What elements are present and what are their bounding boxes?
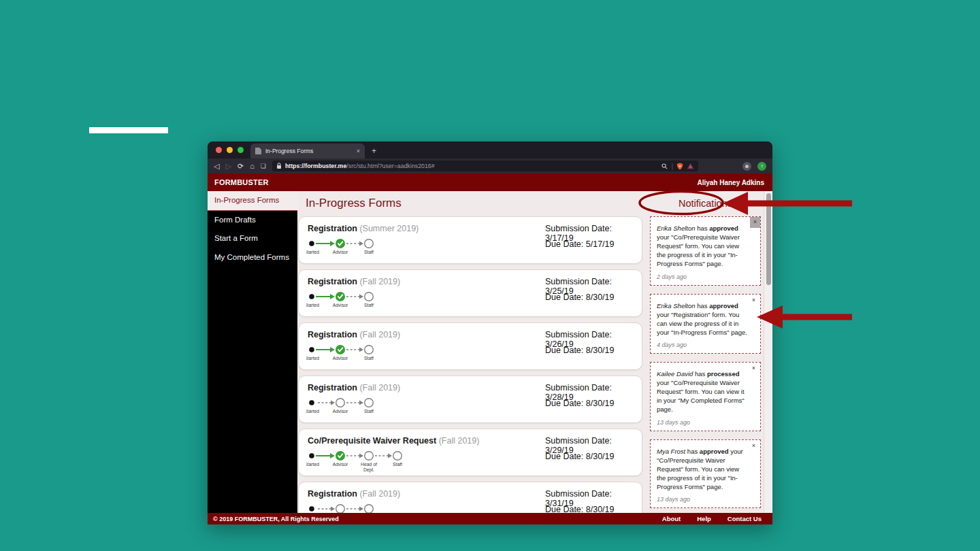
forward-icon[interactable]: ▷ bbox=[225, 163, 231, 170]
form-card[interactable]: Registration (Fall 2019)StartedAdvisorSt… bbox=[298, 269, 642, 317]
form-card-title: Registration (Fall 2019) bbox=[308, 277, 400, 286]
form-card-list: Registration (Summer 2019)StartedAdvisor… bbox=[298, 216, 642, 513]
svg-text:Advisor: Advisor bbox=[333, 250, 348, 254]
app-body: In-Progress FormsForm DraftsStart a Form… bbox=[208, 191, 772, 513]
form-card-progress: StartedAdvisorStaff bbox=[306, 503, 388, 513]
sidebar-item-my-completed-forms[interactable]: My Completed Forms bbox=[208, 248, 297, 267]
notification-text: Erika Shelton has approved your "Co/Prer… bbox=[657, 224, 754, 269]
progress-tracker: StartedAdvisorStaff bbox=[306, 344, 388, 371]
page-title: In-Progress Forms bbox=[306, 197, 402, 210]
url-text: https://formbuster.me/src/stu.html?user=… bbox=[285, 163, 659, 169]
form-card[interactable]: Registration (Fall 2019)StartedAdvisorSt… bbox=[298, 482, 642, 513]
notification-actor: Kailee David bbox=[657, 370, 693, 378]
progress-tracker: StartedAdvisorStaff bbox=[306, 503, 388, 513]
form-card-term: (Summer 2019) bbox=[359, 224, 419, 233]
form-card-term: (Fall 2019) bbox=[359, 489, 400, 499]
browser-tab-strip: In-Progress Forms × + bbox=[208, 141, 772, 158]
progress-tracker: StartedAdvisorHead ofDept.Staff bbox=[306, 450, 422, 477]
form-card[interactable]: Registration (Fall 2019)StartedAdvisorSt… bbox=[298, 375, 642, 423]
notification-actor: Mya Frost bbox=[657, 448, 685, 455]
back-icon[interactable]: ◁ bbox=[214, 163, 219, 170]
zoom-window-icon[interactable] bbox=[238, 147, 244, 153]
profile-icon[interactable]: ☻ bbox=[742, 162, 751, 171]
window-controls[interactable] bbox=[208, 141, 250, 158]
svg-text:Advisor: Advisor bbox=[333, 462, 348, 467]
form-card-title: Co/Prerequisite Waiver Request (Fall 201… bbox=[308, 436, 479, 446]
progress-tracker: StartedAdvisorStaff bbox=[306, 237, 388, 265]
notification-close-icon[interactable]: × bbox=[750, 441, 757, 450]
search-icon[interactable] bbox=[662, 163, 668, 169]
form-card-term: (Fall 2019) bbox=[359, 277, 400, 286]
svg-text:Started: Started bbox=[306, 250, 319, 254]
svg-text:Started: Started bbox=[306, 409, 319, 414]
footer-link-contact-us[interactable]: Contact Us bbox=[728, 515, 762, 522]
sidebar-nav: In-Progress FormsForm DraftsStart a Form… bbox=[208, 191, 297, 513]
svg-text:Staff: Staff bbox=[364, 250, 374, 254]
form-card[interactable]: Co/Prerequisite Waiver Request (Fall 201… bbox=[298, 429, 642, 476]
home-icon[interactable]: ⌂ bbox=[250, 163, 255, 170]
svg-text:Started: Started bbox=[306, 303, 319, 307]
tab-in-progress-forms[interactable]: In-Progress Forms × bbox=[250, 144, 365, 158]
notification-card[interactable]: ×Erika Shelton has approved your "Co/Pre… bbox=[650, 216, 761, 286]
reload-icon[interactable]: ⟳ bbox=[238, 163, 244, 170]
svg-text:Staff: Staff bbox=[364, 356, 374, 361]
formbuster-app: FORMBUSTER Aliyah Haney Adkins In-Progre… bbox=[208, 173, 772, 524]
main-content: In-Progress Forms Notifications Registra… bbox=[297, 191, 764, 513]
new-tab-button[interactable]: + bbox=[365, 144, 383, 158]
copyright-text: © 2019 FORMBUSTER, All Rights Reserved bbox=[213, 516, 339, 522]
slide-white-mark bbox=[89, 127, 168, 133]
tab-favicon bbox=[255, 148, 261, 154]
notification-close-icon[interactable]: × bbox=[750, 364, 757, 373]
minimize-window-icon[interactable] bbox=[227, 147, 233, 153]
page-scrollbar[interactable] bbox=[764, 191, 772, 513]
update-available-icon[interactable]: ↑ bbox=[757, 162, 766, 171]
svg-text:Advisor: Advisor bbox=[333, 303, 348, 307]
form-card-title: Registration (Fall 2019) bbox=[308, 489, 400, 499]
close-window-icon[interactable] bbox=[216, 147, 222, 153]
svg-text:Dept.: Dept. bbox=[363, 467, 374, 473]
footer-link-help[interactable]: Help bbox=[697, 515, 711, 522]
svg-text:Advisor: Advisor bbox=[333, 409, 348, 414]
form-card[interactable]: Registration (Summer 2019)StartedAdvisor… bbox=[298, 216, 642, 264]
due-date: Due Date: 8/30/19 bbox=[545, 505, 614, 513]
triangle-extension-icon[interactable] bbox=[687, 163, 694, 169]
svg-text:Started: Started bbox=[306, 356, 319, 361]
notification-text: Mya Frost has approved your "Co/Prerequi… bbox=[657, 447, 754, 492]
form-card-progress: StartedAdvisorStaff bbox=[306, 397, 388, 427]
app-brand: FORMBUSTER bbox=[214, 178, 269, 186]
sidebar-item-start-a-form[interactable]: Start a Form bbox=[208, 229, 297, 248]
tab-close-icon[interactable]: × bbox=[357, 148, 360, 154]
footer-links: AboutHelpContact Us bbox=[662, 515, 762, 522]
notification-card[interactable]: ×Erika Shelton has approved your "Regist… bbox=[650, 294, 761, 354]
notification-action: approved bbox=[709, 302, 738, 310]
url-bar[interactable]: https://formbuster.me/src/stu.html?user=… bbox=[272, 161, 698, 171]
notification-actor: Erika Shelton bbox=[657, 224, 696, 232]
notification-action: approved bbox=[700, 448, 729, 455]
notification-close-icon[interactable]: × bbox=[750, 217, 760, 228]
notification-card[interactable]: ×Mya Frost has approved your "Co/Prerequ… bbox=[650, 439, 761, 509]
notification-close-icon[interactable]: × bbox=[750, 296, 757, 305]
svg-text:Started: Started bbox=[306, 462, 319, 467]
notifications-heading: Notifications bbox=[650, 198, 761, 209]
notification-timestamp: 4 days ago bbox=[657, 341, 754, 348]
logged-in-user[interactable]: Aliyah Haney Adkins bbox=[697, 179, 764, 186]
form-card-progress: StartedAdvisorStaff bbox=[306, 344, 388, 373]
notification-list: ×Erika Shelton has approved your "Co/Pre… bbox=[650, 216, 761, 513]
progress-tracker: StartedAdvisorStaff bbox=[306, 397, 388, 424]
app-footer: © 2019 FORMBUSTER, All Rights Reserved A… bbox=[208, 513, 772, 524]
sidebar-item-in-progress-forms[interactable]: In-Progress Forms bbox=[208, 191, 297, 211]
notification-text: Kailee David has processed your "Co/Prer… bbox=[657, 369, 754, 414]
form-card[interactable]: Registration (Fall 2019)StartedAdvisorSt… bbox=[298, 322, 642, 370]
svg-text:Staff: Staff bbox=[364, 303, 374, 307]
toolbar-separator: | bbox=[671, 163, 673, 170]
form-card-title: Registration (Fall 2019) bbox=[308, 383, 400, 393]
shield-extension-icon[interactable] bbox=[676, 163, 683, 170]
bookmark-icon[interactable]: ❏ bbox=[261, 163, 266, 169]
notification-timestamp: 2 days ago bbox=[657, 273, 754, 280]
notification-text: Erika Shelton has approved your "Registr… bbox=[657, 301, 754, 337]
notification-card[interactable]: ×Kailee David has processed your "Co/Pre… bbox=[650, 362, 761, 431]
sidebar-item-form-drafts[interactable]: Form Drafts bbox=[208, 211, 297, 230]
page-scrollbar-thumb[interactable] bbox=[766, 193, 771, 285]
footer-link-about[interactable]: About bbox=[662, 515, 681, 522]
tab-title: In-Progress Forms bbox=[265, 148, 353, 154]
